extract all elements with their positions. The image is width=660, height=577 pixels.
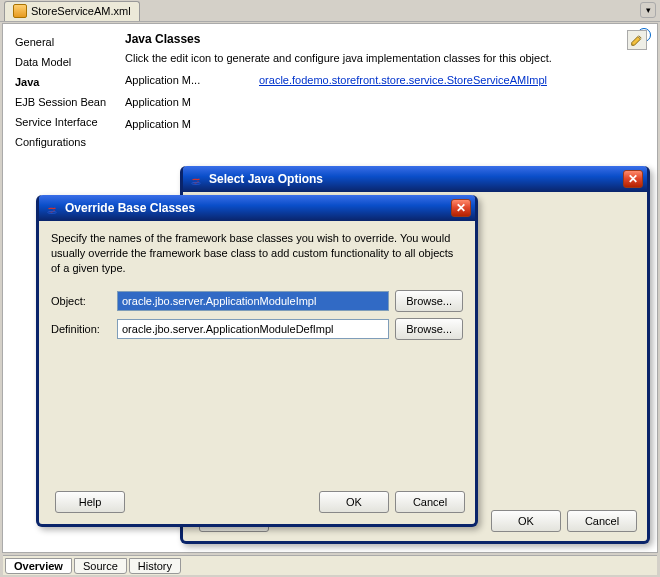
nav-ejb-session-bean[interactable]: EJB Session Bean [9, 93, 119, 111]
dialog-title: Override Base Classes [65, 201, 445, 215]
nav-java[interactable]: Java [9, 73, 119, 91]
object-input[interactable] [117, 291, 389, 311]
impl-class-link[interactable]: oracle.fodemo.storefront.store.service.S… [259, 74, 547, 86]
definition-field-row: Definition: Browse... [51, 318, 463, 340]
browse-definition-button[interactable]: Browse... [395, 318, 463, 340]
collapse-toggle-icon[interactable]: ▾ [640, 2, 656, 18]
impl-class-row-1: Application M [125, 96, 645, 108]
dialog-title: Select Java Options [209, 172, 617, 186]
dialog-description: Specify the names of the framework base … [51, 231, 463, 276]
close-icon[interactable]: ✕ [623, 170, 643, 188]
help-button[interactable]: Help [55, 491, 125, 513]
nav-service-interface[interactable]: Service Interface [9, 113, 119, 131]
cancel-button[interactable]: Cancel [567, 510, 637, 532]
dialog-titlebar[interactable]: Select Java Options ✕ [183, 166, 647, 192]
tab-history[interactable]: History [129, 558, 181, 574]
java-icon [45, 201, 59, 215]
edit-button[interactable] [627, 30, 647, 50]
dialog-override-base-classes: Override Base Classes ✕ Specify the name… [36, 195, 478, 527]
browse-object-button[interactable]: Browse... [395, 290, 463, 312]
page-hint: Click the edit icon to generate and conf… [125, 52, 645, 64]
file-tab[interactable]: StoreServiceAM.xml [4, 1, 140, 21]
page-title: Java Classes [125, 32, 645, 46]
xml-file-icon [13, 4, 27, 18]
impl-label-2: Application M [125, 118, 255, 130]
file-tab-label: StoreServiceAM.xml [31, 5, 131, 17]
nav-configurations[interactable]: Configurations [9, 133, 119, 151]
ok-button[interactable]: OK [491, 510, 561, 532]
object-label: Object: [51, 295, 111, 307]
dialog-titlebar[interactable]: Override Base Classes ✕ [39, 195, 475, 221]
impl-class-row-2: Application M [125, 118, 645, 130]
object-field-row: Object: Browse... [51, 290, 463, 312]
cancel-button[interactable]: Cancel [395, 491, 465, 513]
impl-label-1: Application M [125, 96, 255, 108]
tab-source[interactable]: Source [74, 558, 127, 574]
pencil-icon [630, 33, 644, 47]
nav-general[interactable]: General [9, 33, 119, 51]
nav-data-model[interactable]: Data Model [9, 53, 119, 71]
java-icon [189, 172, 203, 186]
definition-label: Definition: [51, 323, 111, 335]
tab-overview[interactable]: Overview [5, 558, 72, 574]
editor-tab-bar: StoreServiceAM.xml ▾ [0, 0, 660, 22]
definition-input[interactable] [117, 319, 389, 339]
ok-button[interactable]: OK [319, 491, 389, 513]
bottom-tab-bar: Overview Source History [3, 555, 657, 575]
impl-class-row: Application M... oracle.fodemo.storefron… [125, 74, 645, 86]
close-icon[interactable]: ✕ [451, 199, 471, 217]
impl-label-0: Application M... [125, 74, 255, 86]
